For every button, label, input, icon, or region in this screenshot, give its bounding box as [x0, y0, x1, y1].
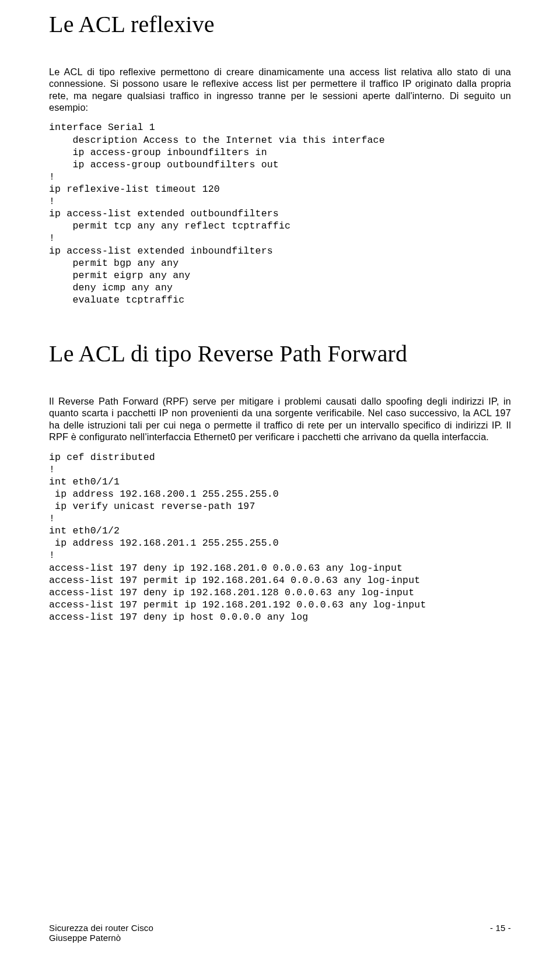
- code-block-rpf: ip cef distributed ! int eth0/1/1 ip add…: [49, 451, 511, 624]
- page-footer: Sicurezza dei router Cisco - 15 - Giusep…: [49, 923, 511, 943]
- code-block-reflexive: interface Serial 1 description Access to…: [49, 121, 511, 306]
- footer-page-number: - 15 -: [490, 923, 511, 933]
- paragraph-reflexive-intro: Le ACL di tipo reflexive permettono di c…: [49, 66, 511, 113]
- paragraph-rpf-intro: Il Reverse Path Forward (RPF) serve per …: [49, 395, 511, 442]
- page: Le ACL reflexive Le ACL di tipo reflexiv…: [0, 0, 560, 980]
- heading-rpf: Le ACL di tipo Reverse Path Forward: [49, 340, 511, 367]
- footer-author: Giuseppe Paternò: [49, 933, 511, 943]
- footer-doc-title: Sicurezza dei router Cisco: [49, 923, 153, 933]
- heading-acl-reflexive: Le ACL reflexive: [49, 10, 511, 38]
